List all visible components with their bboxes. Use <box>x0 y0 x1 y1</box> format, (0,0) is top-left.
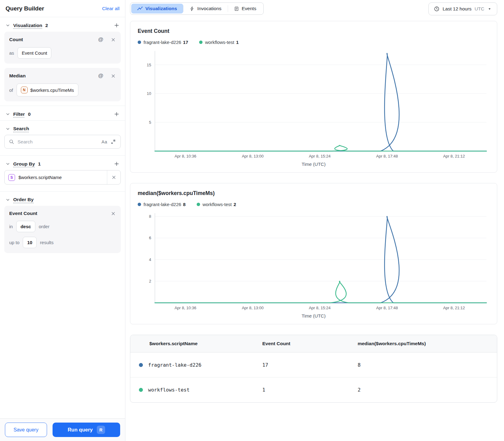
results-label: results <box>40 240 53 245</box>
legend-item[interactable]: fragrant-lake-d2268 <box>138 202 186 207</box>
script-name: fragrant-lake-d226 <box>148 362 201 368</box>
x-axis-title: Time (UTC) <box>138 313 490 318</box>
mention-icon[interactable]: @ <box>98 37 103 43</box>
legend-series-name: fragrant-lake-d226 <box>144 202 181 207</box>
chart-title: median($workers.cpuTimeMs) <box>138 190 490 197</box>
search-icon <box>9 139 14 145</box>
remove-group-by-button[interactable] <box>107 170 120 184</box>
close-icon[interactable] <box>111 211 116 216</box>
column-median: median($workers.cpuTimeMs) <box>358 341 497 346</box>
count-visualization-card: Count @ as Event Count <box>4 32 121 64</box>
table-body: fragrant-lake-d226178workflows-test12 <box>130 353 497 402</box>
svg-text:Apr 8, 17:48: Apr 8, 17:48 <box>376 306 398 310</box>
svg-text:6: 6 <box>149 236 151 240</box>
chevron-down-icon[interactable] <box>6 23 10 28</box>
section-divider <box>0 120 125 121</box>
match-case-icon[interactable]: Aa <box>101 139 107 144</box>
results-topbar: VisualizationsInvocationsEvents Last 12 … <box>130 2 497 15</box>
legend-dot-icon <box>199 41 203 44</box>
svg-text:Apr 8, 21:12: Apr 8, 21:12 <box>443 306 465 310</box>
chevron-down-icon[interactable] <box>6 112 10 116</box>
mention-icon[interactable]: @ <box>98 73 103 79</box>
regex-icon[interactable] <box>110 139 116 145</box>
save-query-button[interactable]: Save query <box>5 423 47 437</box>
event-count-chart-card: Event Count fragrant-lake-d22617workflow… <box>130 21 497 173</box>
close-icon[interactable] <box>111 73 116 79</box>
event-count-cell: 17 <box>262 362 357 368</box>
query-builder-panel: Query Builder Clear all Visualization 2 … <box>0 0 125 441</box>
of-label: of <box>9 88 13 93</box>
filter-section-header: Filter 0 <box>0 111 125 117</box>
group-by-field[interactable]: S $workers.scriptName <box>4 170 121 185</box>
svg-text:Apr 8, 10:36: Apr 8, 10:36 <box>175 306 196 310</box>
event-count-cell: 1 <box>262 387 357 393</box>
add-group-by-button[interactable] <box>114 161 120 167</box>
count-alias-field[interactable]: Event Count <box>18 47 52 59</box>
svg-text:15: 15 <box>147 63 151 67</box>
sort-direction-selector[interactable]: desc <box>16 221 35 232</box>
svg-text:10: 10 <box>147 91 151 96</box>
chevron-down-icon[interactable] <box>6 162 10 166</box>
svg-text:Apr 8, 15:24: Apr 8, 15:24 <box>309 306 331 310</box>
clear-all-link[interactable]: Clear all <box>102 6 120 11</box>
order-by-field: Event Count <box>9 211 37 216</box>
tab-label: Visualizations <box>145 6 177 11</box>
svg-text:Apr 8, 15:24: Apr 8, 15:24 <box>309 154 331 158</box>
result-limit-field[interactable]: 10 <box>23 237 37 248</box>
add-filter-button[interactable] <box>114 111 120 117</box>
run-query-button[interactable]: Run query R <box>53 423 120 437</box>
x-axis-title: Time (UTC) <box>138 162 490 167</box>
svg-text:Apr 8, 13:00: Apr 8, 13:00 <box>242 154 264 158</box>
add-visualization-button[interactable] <box>114 22 120 28</box>
chevron-down-icon[interactable] <box>6 197 10 202</box>
chevron-down-icon[interactable] <box>6 127 10 131</box>
up-to-label: up to <box>9 240 19 245</box>
order-label: order <box>39 224 49 229</box>
group-by-field-value: $workers.scriptName <box>18 175 62 180</box>
tab-label: Invocations <box>197 6 221 11</box>
section-divider <box>0 191 125 192</box>
timezone-label: UTC <box>474 6 484 12</box>
table-row[interactable]: workflows-test12 <box>130 377 497 402</box>
median-field-value: $workers.cpuTimeMs <box>30 88 74 93</box>
chart-svg: 2468Apr 8, 10:36Apr 8, 13:00Apr 8, 15:24… <box>138 210 490 312</box>
search-input[interactable] <box>18 139 98 145</box>
chart-title: Event Count <box>138 28 490 34</box>
legend-series-value: 8 <box>183 202 186 207</box>
search-box: Aa <box>4 135 121 149</box>
query-actions-bar: Save query Run query R <box>0 418 125 441</box>
script-name-cell: fragrant-lake-d226 <box>130 362 262 368</box>
event-count-chart[interactable]: 51015Apr 8, 10:36Apr 8, 13:00Apr 8, 15:2… <box>138 48 490 160</box>
legend-item[interactable]: workflows-test1 <box>199 40 238 45</box>
tab-label: Events <box>242 6 256 11</box>
chart-svg: 51015Apr 8, 10:36Apr 8, 13:00Apr 8, 15:2… <box>138 48 490 160</box>
section-divider <box>0 106 125 106</box>
svg-text:8: 8 <box>149 214 151 219</box>
order-by-card: Event Count in desc order up to 10 resul… <box>4 206 121 253</box>
legend-item[interactable]: fragrant-lake-d22617 <box>138 40 188 45</box>
median-field-selector[interactable]: N $workers.cpuTimeMs <box>17 84 78 96</box>
tab-visualizations[interactable]: Visualizations <box>131 4 183 14</box>
group-by-section-label: Group By <box>13 161 35 167</box>
time-range-selector[interactable]: Last 12 hours UTC <box>428 2 497 15</box>
legend-dot-icon <box>138 41 141 44</box>
view-tabs: VisualizationsInvocationsEvents <box>130 2 264 15</box>
svg-text:4: 4 <box>149 257 151 262</box>
legend-series-name: workflows-test <box>203 202 232 207</box>
svg-text:Apr 8, 17:48: Apr 8, 17:48 <box>376 154 398 158</box>
column-script-name: $workers.scriptName <box>130 341 262 346</box>
table-row[interactable]: fragrant-lake-d226178 <box>130 353 497 377</box>
legend-item[interactable]: workflows-test2 <box>197 202 236 207</box>
median-cpu-chart[interactable]: 2468Apr 8, 10:36Apr 8, 13:00Apr 8, 15:24… <box>138 210 490 312</box>
chevron-down-icon <box>487 7 492 11</box>
numeric-field-icon: N <box>21 87 28 93</box>
tab-events[interactable]: Events <box>228 4 262 14</box>
panel-title: Query Builder <box>6 5 44 12</box>
legend-series-value: 2 <box>234 202 236 207</box>
in-label: in <box>9 224 13 229</box>
close-icon[interactable] <box>111 37 116 42</box>
table-header: $workers.scriptName Event Count median($… <box>130 335 497 353</box>
median-cpu-chart-card: median($workers.cpuTimeMs) fragrant-lake… <box>130 183 497 324</box>
tab-invocations[interactable]: Invocations <box>183 4 227 14</box>
lightning-icon <box>190 6 195 11</box>
